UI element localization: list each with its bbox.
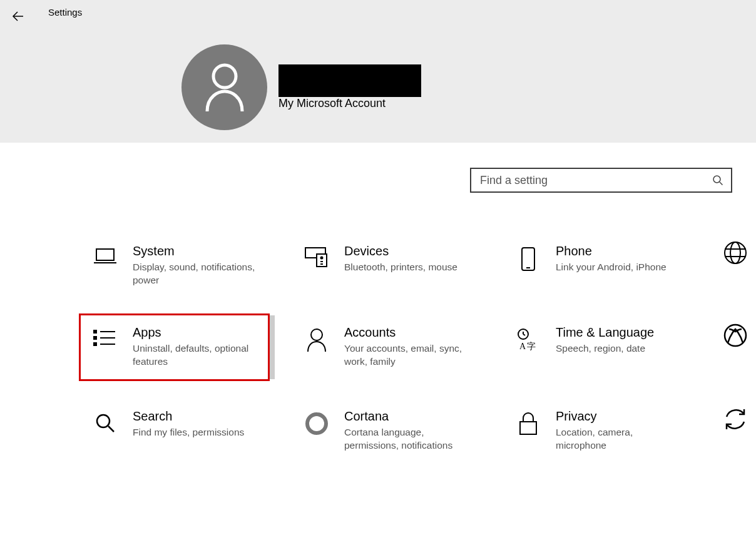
user-icon [203, 63, 246, 113]
tile-system[interactable]: System Display, sound, notifications, po… [85, 239, 273, 292]
tile-title: System [133, 244, 267, 258]
user-text: arijeetsarkar10@outlook.com My Microsoft… [278, 44, 425, 110]
svg-line-3 [720, 182, 723, 185]
tile-time-language[interactable]: A 字 Time & Language Speech, region, date [508, 320, 696, 360]
svg-point-33 [311, 418, 322, 429]
search-input[interactable] [479, 173, 712, 188]
lock-icon [518, 412, 539, 437]
svg-point-8 [321, 257, 323, 259]
tile-title: Privacy [556, 409, 690, 424]
devices-icon [304, 247, 329, 268]
tile-accounts[interactable]: Accounts Your accounts, email, sync, wor… [297, 320, 484, 374]
my-account-link[interactable]: My Microsoft Account [278, 97, 425, 110]
search-icon [712, 175, 723, 186]
tile-desc: Display, sound, notifications, power [133, 261, 267, 287]
magnify-icon [94, 412, 116, 434]
svg-rect-19 [94, 343, 96, 345]
tile-gaming[interactable] [723, 323, 748, 348]
tile-network[interactable] [723, 240, 748, 265]
tile-title: Time & Language [556, 325, 690, 340]
tile-desc: Bluetooth, printers, mouse [344, 261, 478, 274]
tile-desc: Link your Android, iPhone [556, 261, 690, 274]
svg-rect-34 [520, 422, 536, 434]
phone-icon [519, 247, 537, 272]
tile-title: Apps [133, 325, 267, 340]
tile-update[interactable] [723, 407, 748, 432]
cortana-icon [305, 412, 329, 436]
avatar[interactable] [181, 44, 267, 130]
arrow-left-icon [11, 9, 26, 24]
svg-text:A: A [519, 342, 526, 351]
clock-language-icon: A 字 [516, 328, 541, 353]
svg-rect-18 [94, 337, 96, 339]
tile-desc: Speech, region, date [556, 342, 690, 355]
person-icon [305, 328, 328, 353]
tile-title: Search [133, 409, 267, 424]
tile-phone[interactable]: Phone Link your Android, iPhone [508, 239, 696, 279]
sync-icon [723, 407, 748, 432]
svg-rect-11 [522, 248, 534, 270]
laptop-icon [93, 247, 118, 267]
user-profile-block: arijeetsarkar10@outlook.com My Microsoft… [181, 44, 425, 130]
svg-text:字: 字 [527, 342, 536, 351]
svg-point-2 [713, 176, 720, 183]
svg-line-26 [523, 334, 525, 335]
svg-point-14 [730, 242, 740, 263]
svg-line-31 [108, 426, 114, 432]
globe-icon [723, 240, 748, 265]
tile-desc: Your accounts, email, sync, work, family [344, 342, 478, 369]
tile-apps[interactable]: Apps Uninstall, defaults, optional featu… [85, 320, 273, 374]
redacted-name [278, 64, 421, 97]
back-button[interactable] [11, 9, 26, 24]
gaming-icon [723, 323, 748, 348]
tile-title: Cortana [344, 409, 478, 424]
search-box[interactable] [470, 168, 732, 193]
svg-point-23 [311, 329, 322, 340]
tile-privacy[interactable]: Privacy Location, camera, microphone [508, 404, 696, 457]
svg-point-30 [97, 415, 110, 427]
svg-rect-4 [96, 249, 114, 260]
tile-title: Accounts [344, 325, 478, 340]
svg-point-13 [725, 242, 746, 263]
tile-desc: Cortana language, permissions, notificat… [344, 426, 478, 452]
tile-devices[interactable]: Devices Bluetooth, printers, mouse [297, 239, 484, 279]
tile-desc: Find my files, permissions [133, 426, 267, 439]
page-title: Settings [48, 7, 82, 18]
tile-search[interactable]: Search Find my files, permissions [85, 404, 273, 444]
tile-title: Phone [556, 244, 690, 258]
svg-rect-17 [94, 330, 96, 333]
tile-desc: Uninstall, defaults, optional features [133, 342, 267, 369]
tile-title: Devices [344, 244, 478, 258]
tile-desc: Location, camera, microphone [556, 426, 690, 452]
tile-cortana[interactable]: Cortana Cortana language, permissions, n… [297, 404, 484, 457]
apps-icon [93, 328, 118, 348]
svg-point-1 [213, 65, 236, 88]
settings-hero: Settings arijeetsarkar10@outlook.com My … [0, 0, 756, 143]
